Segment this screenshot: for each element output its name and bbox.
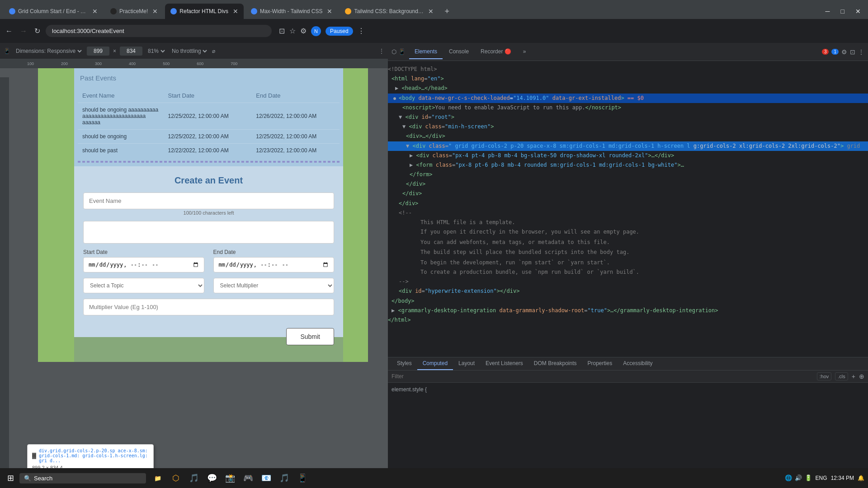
tab-elements[interactable]: Elements [409,45,443,59]
tab-computed[interactable]: Computed [417,357,453,370]
dock-icon[interactable]: ⊡ [850,48,855,56]
tab-console[interactable]: Console [443,45,474,59]
tab-close-4[interactable]: ✕ [327,8,332,15]
tab-tailwind-bg[interactable]: Tailwind CSS: Background white... ✕ [340,4,439,19]
event-name-input[interactable] [83,192,334,209]
taskbar-icon-1[interactable]: ⬡ [168,470,184,486]
more-devtools-icon[interactable]: ⋮ [858,48,864,56]
new-tab-button[interactable]: + [441,5,453,18]
paused-button[interactable]: Paused [326,27,353,36]
dom-head[interactable]: ▶ <head>…</head> [388,84,868,93]
dom-div-close-3[interactable]: </div> [388,199,868,208]
taskbar-icon-5[interactable]: 🎮 [240,470,256,486]
more-options-icon[interactable]: ⋮ [379,48,384,54]
battery-icon[interactable]: 🔋 [805,474,812,481]
dom-body-close[interactable]: </body> [388,296,868,306]
filter-input[interactable] [392,373,813,380]
tab-refactor[interactable]: Refactor HTML Divs ✕ [165,4,244,19]
dom-comment-5: To begin the development, run `npm start… [388,258,868,267]
address-bar[interactable]: localhost:3000/CreateEvent [46,25,272,37]
tab-close-1[interactable]: ✕ [92,8,98,15]
multiplier-select[interactable]: Select Multiplier [213,278,335,293]
new-rule-icon[interactable]: ⊕ [859,373,864,380]
reload-button[interactable]: ↻ [33,25,42,37]
close-button[interactable]: ✕ [852,6,864,17]
description-input[interactable] [83,221,334,244]
tab-dom-breakpoints[interactable]: DOM Breakpoints [528,357,582,370]
tab-accessibility[interactable]: Accessibility [618,357,658,370]
tab-maxwidth[interactable]: Max-Width - Tailwind CSS ✕ [245,4,338,19]
bookmark-icon[interactable]: ☆ [289,27,296,35]
back-button[interactable]: ← [4,25,14,37]
device-toggle-icon[interactable]: 📱 [4,48,10,54]
dom-noscript[interactable]: <noscript>You need to enable JavaScript … [388,103,868,113]
extensions-icon[interactable]: ⚙ [300,27,307,35]
tab-close-2[interactable]: ✕ [152,8,158,15]
taskbar-icon-8[interactable]: 📱 [294,470,311,486]
settings-icon[interactable]: ⚙ [841,48,847,56]
dom-grammarly[interactable]: ▶ <grammarly-desktop-integration data-gr… [388,306,868,315]
dom-root[interactable]: ▼ <div id="root"> [388,113,868,122]
dom-minscreen[interactable]: ▼ <div class="min-h-screen"> [388,122,868,131]
language-indicator[interactable]: ENG [816,475,827,481]
topic-select[interactable]: Select a Topic [83,278,204,293]
tab-close-3[interactable]: ✕ [233,8,238,15]
taskbar-icon-4[interactable]: 📸 [222,470,238,486]
error-badge[interactable]: 3 [822,49,829,55]
submit-button[interactable]: Submit [286,328,334,345]
minimize-button[interactable]: ─ [822,6,834,17]
tab-close-5[interactable]: ✕ [428,8,434,15]
tab-layout[interactable]: Layout [453,357,480,370]
taskbar-icon-6[interactable]: 📧 [258,470,274,486]
info-badge[interactable]: 1 [831,49,839,55]
start-date-input[interactable] [83,257,204,272]
taskbar-time[interactable]: 12:34 PM [831,474,854,482]
dom-doctype[interactable]: <!DOCTYPE html> [388,65,868,74]
tab-recorder[interactable]: Recorder 🔴 [475,45,517,59]
taskbar-icon-2[interactable]: 🎵 [186,470,202,486]
tab-grid-column[interactable]: Grid Column Start / End - Tailwind ✕ [4,4,103,19]
taskbar-icon-7[interactable]: 🎵 [276,470,292,486]
network-status-icon[interactable]: 🌐 [785,474,792,481]
taskbar-icon-3[interactable]: 💬 [204,470,220,486]
hov-button[interactable]: :hov [817,372,832,380]
zoom-select[interactable]: 81% [146,47,166,55]
add-style-icon[interactable]: + [852,373,855,380]
dom-body[interactable]: ● <body data-new-gr-c-s-check-loaded="14… [388,94,868,103]
cls-button[interactable]: .cls [835,372,848,380]
multiplier-value-input[interactable] [83,299,334,315]
dom-grid-div[interactable]: ▼ <div class=" grid grid-cols-2 p-20 spa… [388,141,868,151]
dom-div-close-2[interactable]: </div> [388,189,868,198]
end-date-input[interactable] [213,257,335,272]
volume-icon[interactable]: 🔊 [795,474,802,481]
dom-div-empty[interactable]: <div>…</div> [388,131,868,141]
throttle-select[interactable]: No throttling [170,47,208,55]
tab-more[interactable]: » [518,45,532,59]
taskbar-search[interactable]: 🔍 Search [19,473,146,483]
more-button[interactable]: ⋮ [358,27,365,35]
tab-practiceme[interactable]: PracticeMe! ✕ [105,4,163,19]
profile-icon[interactable]: N [311,26,321,36]
tab-properties[interactable]: Properties [582,357,618,370]
notification-icon[interactable]: 🔔 [858,475,864,481]
cast-icon[interactable]: ⊡ [279,27,285,35]
start-button[interactable]: ⊞ [4,471,18,485]
dom-html[interactable]: <html lang="en"> [388,74,868,84]
tab-event-listeners[interactable]: Event Listeners [480,357,528,370]
dom-form[interactable]: ▶ <form class="px-8 pt-6 pb-8 mb-4 round… [388,160,868,170]
dimensions-select[interactable]: Dimensions: Responsive [14,47,83,55]
viewport-width-input[interactable]: 899 [87,47,109,56]
dom-slate-div[interactable]: ▶ <div class="px-4 pt-4 pb-8 mb-4 bg-sla… [388,151,868,160]
dom-html-close[interactable]: </html> [388,315,868,325]
maximize-button[interactable]: □ [837,6,848,17]
dom-form-close[interactable]: </form> [388,170,868,179]
taskbar-icon-explorer[interactable]: 📁 [150,470,166,486]
devtools-device-icon[interactable]: 📱 [398,48,406,55]
tab-styles[interactable]: Styles [392,357,417,370]
dom-div-close-1[interactable]: </div> [388,179,868,189]
dom-hyperwrite[interactable]: <div id="hyperwrite-extension"></div> [388,286,868,296]
forward-button[interactable]: → [18,25,29,37]
network-icon[interactable]: ⌀ [212,48,215,54]
devtools-inspect-icon[interactable]: ⬡ [392,48,396,55]
viewport-height-input[interactable]: 834 [120,47,142,56]
